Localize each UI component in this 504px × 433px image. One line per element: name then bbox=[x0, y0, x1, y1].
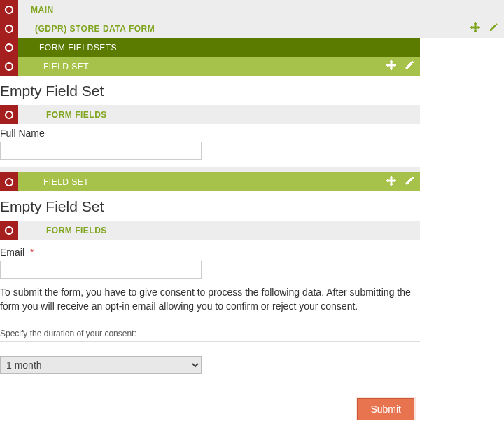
fieldset-2-title: Empty Field Set bbox=[0, 198, 420, 215]
bar-gdpr[interactable]: (GDPR) STORE DATA FORM bbox=[0, 19, 504, 38]
move-icon[interactable] bbox=[386, 60, 396, 72]
bar-field-set-2[interactable]: FIELD SET bbox=[0, 172, 420, 191]
bar-form-fields-2[interactable]: FORM FIELDS bbox=[0, 221, 420, 240]
edit-icon[interactable] bbox=[405, 60, 414, 72]
bar-form-fieldsets-label: FORM FIELDSETS bbox=[18, 38, 420, 57]
required-asterisk: * bbox=[30, 247, 34, 258]
consent-description: To submit the form, you have to give con… bbox=[0, 286, 420, 313]
bar-field-set-2-label: FIELD SET bbox=[18, 172, 420, 191]
drag-handle-icon[interactable] bbox=[0, 172, 18, 191]
email-label: Email * bbox=[0, 247, 420, 258]
bar-form-fieldsets[interactable]: FORM FIELDSETS bbox=[0, 38, 420, 57]
drag-handle-icon[interactable] bbox=[0, 19, 18, 38]
drag-handle-icon[interactable] bbox=[0, 0, 18, 19]
drag-handle-icon[interactable] bbox=[0, 105, 18, 124]
svg-point-3 bbox=[6, 63, 13, 70]
svg-point-4 bbox=[6, 111, 13, 118]
svg-point-5 bbox=[6, 179, 13, 186]
svg-point-0 bbox=[6, 6, 13, 13]
bar-form-fields-1[interactable]: FORM FIELDS bbox=[0, 105, 420, 124]
svg-point-6 bbox=[6, 227, 13, 234]
separator bbox=[0, 341, 420, 342]
bar-main-label: MAIN bbox=[18, 0, 504, 19]
svg-point-1 bbox=[6, 25, 13, 32]
submit-button[interactable]: Submit bbox=[357, 398, 414, 420]
full-name-input[interactable] bbox=[0, 142, 202, 160]
email-input[interactable] bbox=[0, 261, 202, 279]
move-icon[interactable] bbox=[386, 176, 396, 188]
bar-form-fields-2-label: FORM FIELDS bbox=[18, 221, 420, 240]
bar-form-fields-1-label: FORM FIELDS bbox=[18, 105, 420, 124]
move-icon[interactable] bbox=[470, 22, 480, 34]
divider-bar bbox=[0, 167, 420, 172]
bar-main[interactable]: MAIN bbox=[0, 0, 504, 19]
bar-field-set-1[interactable]: FIELD SET bbox=[0, 57, 420, 76]
consent-duration-label: Specify the duration of your consent: bbox=[0, 329, 420, 338]
drag-handle-icon[interactable] bbox=[0, 57, 18, 76]
edit-icon[interactable] bbox=[489, 22, 498, 34]
full-name-label: Full Name bbox=[0, 128, 420, 139]
bar-gdpr-label: (GDPR) STORE DATA FORM bbox=[18, 19, 504, 38]
drag-handle-icon[interactable] bbox=[0, 38, 18, 57]
svg-point-2 bbox=[6, 44, 13, 51]
consent-duration-select[interactable]: 1 month bbox=[0, 356, 202, 374]
email-label-text: Email bbox=[0, 247, 24, 258]
fieldset-1-title: Empty Field Set bbox=[0, 83, 420, 99]
drag-handle-icon[interactable] bbox=[0, 221, 18, 240]
bar-field-set-1-label: FIELD SET bbox=[18, 57, 420, 76]
edit-icon[interactable] bbox=[405, 176, 414, 188]
